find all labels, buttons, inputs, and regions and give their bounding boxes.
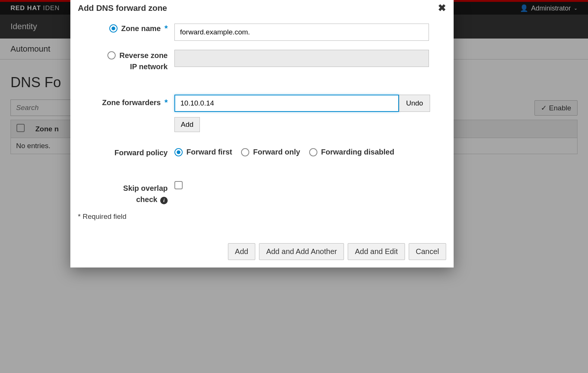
required-indicator: * <box>164 24 168 33</box>
info-icon[interactable]: i <box>160 197 168 204</box>
undo-button[interactable]: Undo <box>399 95 430 112</box>
skip-overlap-label-l2: check <box>136 195 158 204</box>
add-forwarder-button[interactable]: Add <box>174 117 200 132</box>
reverse-zone-label-l1: Reverse zone <box>119 50 168 61</box>
add-dns-forward-zone-dialog: Add DNS forward zone ✖ Zone name * Rever… <box>70 0 454 267</box>
dialog-title: Add DNS forward zone <box>78 3 167 13</box>
add-and-add-another-button[interactable]: Add and Add Another <box>259 243 344 260</box>
reverse-zone-label-l2: IP network <box>130 61 168 72</box>
reverse-zone-input <box>174 50 429 67</box>
zone-name-radio[interactable] <box>109 24 118 33</box>
zone-forwarders-label: Zone forwarders <box>102 98 161 107</box>
skip-overlap-label-l1: Skip overlap <box>123 183 168 194</box>
cancel-button[interactable]: Cancel <box>409 243 446 260</box>
forward-only-label: Forward only <box>253 148 300 156</box>
skip-overlap-checkbox[interactable] <box>174 181 183 189</box>
add-and-edit-button[interactable]: Add and Edit <box>348 243 405 260</box>
zone-forwarders-input[interactable] <box>174 95 399 112</box>
add-button[interactable]: Add <box>228 243 256 260</box>
forwarding-disabled-radio[interactable]: Forwarding disabled <box>309 148 394 156</box>
forward-only-radio[interactable]: Forward only <box>241 148 300 156</box>
forward-first-label: Forward first <box>186 148 232 156</box>
forward-first-radio[interactable]: Forward first <box>174 148 232 156</box>
zone-name-label: Zone name <box>121 24 161 33</box>
forward-policy-label: Forward policy <box>115 149 168 157</box>
reverse-zone-radio[interactable] <box>107 51 116 59</box>
forwarding-disabled-label: Forwarding disabled <box>321 148 394 156</box>
forward-policy-group: Forward first Forward only Forwarding di… <box>174 146 394 156</box>
close-icon[interactable]: ✖ <box>438 2 446 14</box>
zone-name-input[interactable] <box>174 24 429 41</box>
required-indicator: * <box>164 98 168 107</box>
required-field-note: * Required field <box>78 210 446 228</box>
